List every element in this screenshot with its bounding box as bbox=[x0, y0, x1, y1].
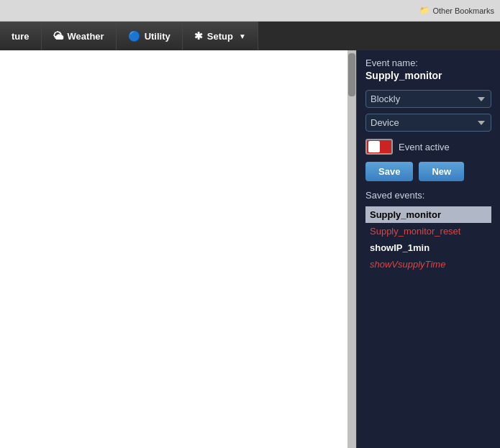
right-panel: Event name: Supply_monitor Blockly Devic… bbox=[356, 50, 500, 448]
browser-bar-right: 📁 Other Bookmarks bbox=[419, 6, 494, 15]
action-buttons-row: Save New bbox=[365, 162, 491, 181]
save-button[interactable]: Save bbox=[365, 162, 413, 181]
main-content: Event name: Supply_monitor Blockly Devic… bbox=[0, 50, 500, 448]
device-select-wrapper[interactable]: Device bbox=[365, 114, 491, 132]
tab-utility-label: Utility bbox=[145, 31, 171, 42]
event-name-section: Event name: Supply_monitor bbox=[365, 58, 491, 84]
scrollbar-track[interactable] bbox=[347, 50, 356, 448]
tab-setup[interactable]: ✱ Setup bbox=[183, 22, 258, 50]
nav-bar: ture 🌥 Weather 🔵 Utility ✱ Setup bbox=[0, 22, 500, 50]
bookmarks-label: Other Bookmarks bbox=[432, 6, 494, 15]
blockly-select[interactable]: Blockly bbox=[365, 90, 491, 108]
device-select[interactable]: Device bbox=[365, 114, 491, 132]
tab-fixture-label: ture bbox=[12, 31, 29, 42]
event-item-show-vsupply[interactable]: showVsupplyTime bbox=[365, 256, 491, 273]
blockly-select-wrapper[interactable]: Blockly bbox=[365, 90, 491, 108]
browser-bar: 📁 Other Bookmarks bbox=[0, 0, 500, 22]
folder-icon: 📁 bbox=[419, 6, 429, 15]
tab-weather-label: Weather bbox=[68, 31, 104, 42]
event-active-row: Event active bbox=[365, 139, 491, 155]
left-canvas-panel bbox=[0, 50, 347, 448]
tab-fixture[interactable]: ture bbox=[0, 22, 42, 50]
event-name-label: Event name: bbox=[365, 58, 491, 68]
event-active-label: Event active bbox=[399, 142, 450, 152]
scrollbar-thumb[interactable] bbox=[348, 53, 355, 96]
setup-icon: ✱ bbox=[194, 30, 203, 42]
event-active-toggle[interactable] bbox=[365, 139, 393, 155]
weather-icon: 🌥 bbox=[53, 30, 63, 42]
event-item-supply-monitor-reset[interactable]: Supply_monitor_reset bbox=[365, 223, 491, 239]
event-name-value: Supply_monitor bbox=[365, 70, 491, 81]
saved-events-label: Saved events: bbox=[365, 190, 491, 201]
utility-icon: 🔵 bbox=[128, 30, 140, 42]
event-item-supply-monitor[interactable]: Supply_monitor bbox=[365, 206, 491, 223]
saved-events-list: Supply_monitor Supply_monitor_reset show… bbox=[365, 206, 491, 273]
tab-weather[interactable]: 🌥 Weather bbox=[42, 22, 117, 50]
tab-setup-label: Setup bbox=[207, 31, 233, 42]
new-button[interactable]: New bbox=[419, 162, 464, 181]
toggle-knob bbox=[368, 141, 380, 152]
event-item-show-ip[interactable]: showIP_1min bbox=[365, 239, 491, 256]
tab-utility[interactable]: 🔵 Utility bbox=[117, 22, 183, 50]
